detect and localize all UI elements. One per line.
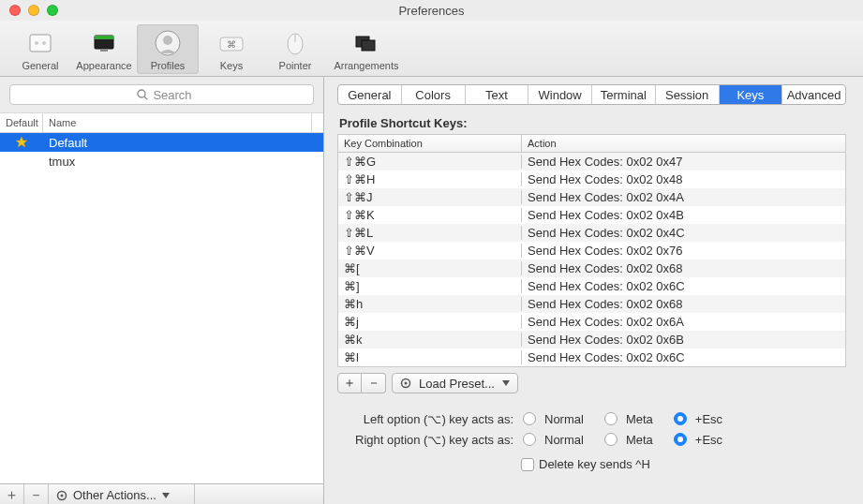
titlebar: Preferences (0, 0, 863, 21)
toolbar-keys[interactable]: ⌘ Keys (201, 24, 262, 74)
shortcut-key: ⇧⌘H (338, 172, 522, 186)
shortcut-row[interactable]: ⌘hSend Hex Codes: 0x02 0x68 (338, 295, 845, 313)
shortcut-key: ⇧⌘V (338, 244, 522, 258)
svg-rect-4 (95, 36, 113, 39)
shortcut-row[interactable]: ⇧⌘HSend Hex Codes: 0x02 0x48 (338, 170, 845, 188)
shortcut-keys-label: Profile Shortcut Keys: (339, 116, 846, 130)
left-option-label: Left option (⌥) key acts as: (337, 412, 517, 426)
shortcut-action: Send Hex Codes: 0x02 0x6C (522, 279, 845, 293)
delete-sends-ctrl-h-label: Delete key sends ^H (539, 457, 650, 471)
svg-rect-13 (362, 40, 375, 51)
toolbar-arrangements[interactable]: Arrangements (328, 24, 405, 74)
other-actions-menu[interactable]: Other Actions... (49, 484, 195, 504)
profiles-search-input[interactable]: Search (9, 84, 314, 105)
tab-advanced[interactable]: Advanced (782, 85, 845, 104)
svg-rect-5 (100, 49, 108, 52)
shortcut-key: ⌘j (338, 315, 522, 329)
left-option-esc-radio[interactable] (674, 412, 687, 425)
tab-window[interactable]: Window (528, 85, 592, 104)
shortcut-action: Send Hex Codes: 0x02 0x6B (522, 333, 845, 347)
monitor-icon (89, 28, 119, 58)
profile-icon (153, 28, 183, 58)
tab-terminal[interactable]: Terminal (592, 85, 656, 104)
tab-keys[interactable]: Keys (720, 85, 783, 104)
keyboard-key-icon: ⌘ (216, 28, 246, 58)
right-option-meta-radio[interactable] (604, 433, 617, 446)
tab-colors[interactable]: Colors (402, 85, 466, 104)
profile-row-tmux[interactable]: tmux (0, 152, 323, 170)
th-action[interactable]: Action (522, 135, 845, 152)
profile-row-default[interactable]: Default (0, 133, 323, 152)
svg-point-7 (163, 36, 172, 45)
windows-icon (351, 28, 381, 58)
th-key-combination[interactable]: Key Combination (338, 135, 522, 152)
shortcut-row[interactable]: ⇧⌘JSend Hex Codes: 0x02 0x4A (338, 188, 845, 206)
profiles-header-default[interactable]: Default (0, 113, 43, 132)
shortcut-row[interactable]: ⌘lSend Hex Codes: 0x02 0x6C (338, 348, 845, 366)
switch-icon (25, 28, 55, 58)
left-option-normal-radio[interactable] (523, 412, 536, 425)
window-title: Preferences (0, 4, 863, 18)
shortcut-action: Send Hex Codes: 0x02 0x68 (522, 297, 845, 311)
default-star-icon (0, 136, 43, 149)
shortcut-key: ⇧⌘L (338, 226, 522, 240)
shortcut-action: Send Hex Codes: 0x02 0x76 (522, 244, 845, 258)
shortcut-row[interactable]: ⇧⌘LSend Hex Codes: 0x02 0x4C (338, 224, 845, 242)
shortcut-key: ⌘] (338, 279, 522, 293)
shortcut-action: Send Hex Codes: 0x02 0x47 (522, 155, 845, 169)
shortcut-row[interactable]: ⌘]Send Hex Codes: 0x02 0x6C (338, 277, 845, 295)
gear-icon (56, 490, 67, 501)
shortcut-key: ⇧⌘G (338, 155, 522, 169)
svg-point-14 (138, 90, 145, 97)
shortcut-key: ⇧⌘K (338, 208, 522, 222)
shortcut-action: Send Hex Codes: 0x02 0x4B (522, 208, 845, 222)
remove-shortcut-button[interactable]: － (362, 373, 386, 393)
shortcut-action: Send Hex Codes: 0x02 0x6C (522, 350, 845, 364)
toolbar-general[interactable]: General (9, 24, 71, 74)
toolbar-pointer[interactable]: Pointer (264, 24, 326, 74)
shortcut-row[interactable]: ⌘kSend Hex Codes: 0x02 0x6B (338, 331, 845, 348)
tab-session[interactable]: Session (656, 85, 720, 104)
chevron-down-icon (502, 380, 510, 386)
profiles-header-name[interactable]: Name (43, 113, 312, 132)
right-option-label: Right option (⌥) key acts as: (337, 433, 517, 447)
delete-sends-ctrl-h-checkbox[interactable] (521, 458, 534, 471)
search-icon (137, 89, 148, 100)
left-option-meta-radio[interactable] (604, 412, 617, 425)
toolbar-profiles[interactable]: Profiles (137, 24, 199, 74)
mouse-icon (280, 28, 310, 58)
shortcut-key: ⌘[ (338, 261, 522, 275)
shortcut-row[interactable]: ⇧⌘KSend Hex Codes: 0x02 0x4B (338, 206, 845, 224)
shortcut-keys-table[interactable]: Key Combination Action ⇧⌘GSend Hex Codes… (337, 134, 846, 367)
shortcut-row[interactable]: ⇧⌘VSend Hex Codes: 0x02 0x76 (338, 242, 845, 259)
load-preset-menu[interactable]: Load Preset... (392, 373, 518, 393)
profiles-list-header: Default Name (0, 113, 323, 133)
svg-point-18 (61, 494, 64, 497)
shortcut-row[interactable]: ⌘[Send Hex Codes: 0x02 0x68 (338, 259, 845, 277)
shortcut-action: Send Hex Codes: 0x02 0x4C (522, 226, 845, 240)
profiles-list[interactable]: Default tmux (0, 133, 323, 483)
right-option-esc-radio[interactable] (674, 433, 687, 446)
svg-point-2 (42, 41, 46, 45)
profiles-sidebar: Search Default Name Default tmux ＋ － (0, 77, 324, 504)
shortcut-key: ⌘l (338, 350, 522, 364)
right-option-normal-radio[interactable] (523, 433, 536, 446)
shortcut-action: Send Hex Codes: 0x02 0x6A (522, 315, 845, 329)
shortcut-row[interactable]: ⌘jSend Hex Codes: 0x02 0x6A (338, 313, 845, 331)
svg-text:⌘: ⌘ (227, 39, 236, 50)
svg-point-20 (405, 382, 408, 385)
toolbar-appearance[interactable]: Appearance (73, 24, 135, 74)
tab-general[interactable]: General (338, 85, 402, 104)
add-profile-button[interactable]: ＋ (0, 484, 24, 504)
shortcut-key: ⌘h (338, 297, 522, 311)
svg-point-1 (35, 41, 38, 45)
svg-marker-16 (16, 137, 27, 147)
shortcut-row[interactable]: ⇧⌘GSend Hex Codes: 0x02 0x47 (338, 153, 845, 170)
shortcut-action: Send Hex Codes: 0x02 0x4A (522, 190, 845, 204)
profile-tabs: General Colors Text Window Terminal Sess… (337, 84, 846, 105)
add-shortcut-button[interactable]: ＋ (337, 373, 362, 393)
shortcut-key: ⇧⌘J (338, 190, 522, 204)
shortcut-key: ⌘k (338, 333, 522, 347)
remove-profile-button[interactable]: － (24, 484, 49, 504)
tab-text[interactable]: Text (466, 85, 529, 104)
